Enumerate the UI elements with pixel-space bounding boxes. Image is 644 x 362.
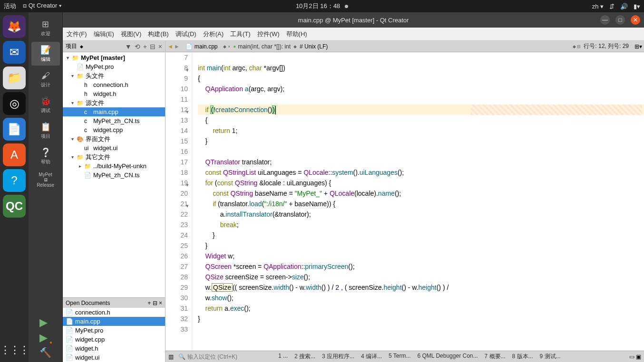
tree-node[interactable]: 📄MyPet_zh_CN.ts [63, 171, 165, 180]
menu-item[interactable]: 工具(T) [230, 30, 251, 38]
link-icon[interactable]: ⟲ [135, 43, 140, 50]
output-tab[interactable]: 6 QML Debugger Con... [418, 352, 478, 361]
tree-node[interactable]: ▾📁源文件 [63, 98, 165, 107]
split-icon[interactable]: ⊞▾ [634, 43, 642, 50]
output-tab[interactable]: 3 应用程序... [322, 352, 354, 361]
ubuntu-dock: 🦊 ✉ 📁 ◎ 📄 A ? QC ⋮⋮⋮ [0, 12, 29, 362]
tree-node[interactable]: cmain.cpp [63, 107, 165, 116]
tree-node[interactable]: ▾📁MyPet [master] [63, 53, 165, 62]
split-icon[interactable]: ⊟ [153, 300, 157, 306]
project-panel-header: 项目 ◆ ▼ ⟲ + ⊟ × [63, 41, 165, 52]
output-tab[interactable]: 2 搜索... [294, 352, 315, 361]
mode-帮助[interactable]: ❔帮助 [31, 144, 60, 168]
tree-node[interactable]: uiwidget.ui [63, 143, 165, 152]
search-icon: 🔍 [178, 353, 185, 360]
menu-item[interactable]: 分析(A) [203, 30, 224, 38]
project-tree[interactable]: ▾📁MyPet [master]📄MyPet.pro▾📁头文件hconnecti… [63, 52, 165, 297]
input-method-button[interactable]: zh ▾ [592, 3, 604, 10]
tree-node[interactable]: ▾🎨界面文件 [63, 134, 165, 143]
menu-item[interactable]: 构建(B) [148, 30, 168, 38]
maximize-button[interactable]: □ [615, 15, 625, 25]
activities-button[interactable]: 活动 [4, 2, 16, 10]
help-icon[interactable]: ? [3, 169, 26, 192]
nav-fwd-icon[interactable]: ► [174, 43, 180, 50]
open-doc-item[interactable]: 📄widget.h [63, 344, 165, 353]
mode-调试[interactable]: 🐞调试 [31, 93, 60, 117]
kit-selector[interactable]: MyPet🖥Release [31, 170, 60, 191]
menu-item[interactable]: 帮助(H) [286, 30, 307, 38]
output-toggle-icon[interactable]: ▭ ▣ [629, 353, 641, 360]
output-tab[interactable]: 8 版本... [512, 352, 533, 361]
network-icon[interactable]: ⇵ [609, 3, 615, 10]
locator[interactable]: 🔍 [178, 353, 273, 360]
menu-bar: 文件(F)编辑(E)视图(V)构建(B)调试(D)分析(A)工具(T)控件(W)… [63, 28, 644, 41]
tree-node[interactable]: ▾📁头文件 [63, 71, 165, 80]
tree-node[interactable]: hconnection.h [63, 80, 165, 89]
add-icon[interactable]: + [143, 43, 147, 50]
cursor-position[interactable]: 行号: 12, 列号: 29 [584, 42, 632, 50]
libreoffice-icon[interactable]: 📄 [3, 118, 26, 141]
panel-close-icon[interactable]: × [159, 300, 162, 306]
output-tab[interactable]: 9 测试... [540, 352, 561, 361]
tree-node[interactable]: cwidget.cpp [63, 125, 165, 134]
tree-node[interactable]: cMyPet_zh_CN.ts [63, 116, 165, 125]
tree-node[interactable]: ▾📁其它文件 [63, 152, 165, 162]
output-tab[interactable]: 5 Term... [389, 352, 410, 361]
output-tab[interactable]: 4 编译... [361, 352, 382, 361]
bottom-bar: ▥ 🔍 1 ...2 搜索...3 应用程序...4 编译...5 Term..… [166, 351, 644, 362]
split-icon[interactable]: ⊟ [150, 43, 156, 50]
code-editor[interactable]: 78▾9101112▾13141516171819▾2021▾222324252… [166, 52, 644, 351]
menu-item[interactable]: 文件(F) [67, 30, 87, 38]
project-panel: 项目 ◆ ▼ ⟲ + ⊟ × ▾📁MyPet [master]📄MyPet.pr… [63, 41, 166, 362]
mode-项目[interactable]: 📋项目 [31, 119, 60, 143]
qt-mode-bar: ⊞欢迎📝编辑🖌设计🐞调试📋项目❔帮助MyPet🖥Release▶ ▶● 🔨 [29, 12, 63, 362]
mode-设计[interactable]: 🖌设计 [31, 67, 60, 91]
battery-icon[interactable]: ▮▾ [634, 3, 640, 10]
volume-icon[interactable]: 🔊 [620, 3, 628, 10]
tree-node[interactable]: hwidget.h [63, 89, 165, 98]
system-top-bar: 活动 ⧈ Qt Creator ▾ 10月2日 16：48 zh ▾ ⇵ 🔊 ▮… [0, 0, 644, 12]
locator-input[interactable] [187, 353, 263, 360]
thunderbird-icon[interactable]: ✉ [3, 41, 26, 64]
debug-run-button[interactable]: ▶● [39, 332, 51, 344]
build-button[interactable]: 🔨 [39, 347, 51, 358]
mode-欢迎[interactable]: ⊞欢迎 [31, 16, 60, 40]
show-apps-icon[interactable]: ⋮⋮⋮ [0, 344, 29, 356]
sidebar-toggle-icon[interactable]: ▥ [168, 353, 174, 360]
output-tab[interactable]: 7 概要... [485, 352, 506, 361]
open-doc-item[interactable]: 📄MyPet.pro [63, 326, 165, 335]
firefox-icon[interactable]: 🦊 [3, 15, 26, 38]
open-documents-header: Open Documents + ⊟ × [63, 297, 165, 308]
qtcreator-icon[interactable]: QC [3, 195, 26, 218]
clock-label[interactable]: 10月2日 16：48 [296, 2, 340, 10]
open-doc-item[interactable]: 📄widget.cpp [63, 335, 165, 344]
menu-item[interactable]: 编辑(E) [94, 30, 114, 38]
app-menu-button[interactable]: ⧈ Qt Creator ▾ [23, 2, 61, 10]
window-titlebar: main.cpp @ MyPet [master] - Qt Creator —… [63, 12, 644, 28]
encoding-selector[interactable]: # Unix (LF) [300, 43, 328, 50]
output-tab[interactable]: 1 ... [278, 352, 288, 361]
files-icon[interactable]: 📁 [3, 67, 26, 89]
symbol-selector[interactable]: ●main(int, char *[]): int [233, 43, 291, 50]
tree-node[interactable]: 📄MyPet.pro [63, 62, 165, 71]
close-button[interactable]: ✕ [631, 15, 640, 25]
mode-编辑[interactable]: 📝编辑 [31, 42, 60, 66]
run-button[interactable]: ▶ [39, 316, 51, 329]
panel-title[interactable]: 项目 [66, 42, 77, 50]
menu-item[interactable]: 控件(W) [257, 30, 280, 38]
minimize-button[interactable]: — [600, 15, 610, 25]
open-doc-item[interactable]: 📄main.cpp [63, 317, 165, 326]
add-icon[interactable]: + [147, 300, 151, 306]
tree-node[interactable]: ▸📁../build-MyPet-unkn [63, 162, 165, 171]
file-selector[interactable]: 📄 main.cpp [183, 43, 221, 50]
menu-item[interactable]: 调试(D) [176, 30, 196, 38]
software-icon[interactable]: A [3, 143, 26, 166]
panel-close-icon[interactable]: × [158, 43, 162, 50]
open-documents-list[interactable]: 📄connection.h📄main.cpp📄MyPet.pro📄widget.… [63, 308, 165, 362]
rhythmbox-icon[interactable]: ◎ [3, 92, 26, 115]
open-doc-item[interactable]: 📄widget.ui [63, 353, 165, 362]
filter-icon[interactable]: ▼ [125, 43, 132, 50]
open-doc-item[interactable]: 📄connection.h [63, 308, 165, 317]
nav-back-icon[interactable]: ◄ [167, 43, 173, 50]
menu-item[interactable]: 视图(V) [121, 30, 141, 38]
